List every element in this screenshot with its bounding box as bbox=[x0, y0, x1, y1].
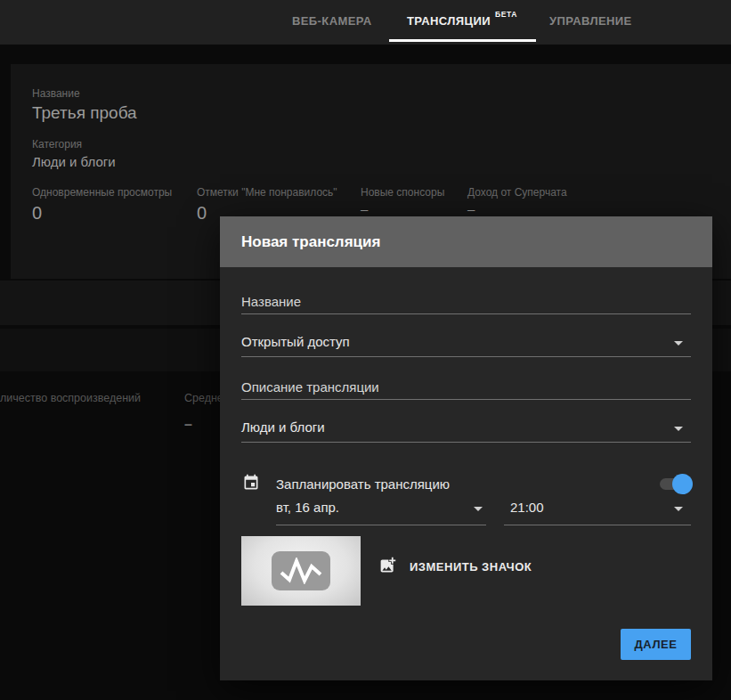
date-select-underline bbox=[276, 525, 486, 525]
calendar-icon bbox=[242, 473, 260, 492]
toggle-knob bbox=[672, 474, 693, 494]
tab-webcam-label: ВЕБ-КАМЕРА bbox=[292, 14, 371, 28]
stream-description-input[interactable] bbox=[241, 377, 691, 396]
stream-category-label: Категория bbox=[32, 138, 82, 151]
time-select[interactable]: 21:00 bbox=[510, 500, 544, 515]
category-select[interactable]: Люди и блоги bbox=[241, 419, 325, 435]
category-select-underline bbox=[241, 442, 691, 443]
chevron-down-icon[interactable] bbox=[674, 507, 683, 511]
stat-playbacks-label: личество воспроизведений bbox=[0, 392, 141, 404]
stat-average-value: – bbox=[184, 417, 192, 433]
next-button[interactable]: ДАЛЕЕ bbox=[621, 629, 691, 660]
chevron-down-icon[interactable] bbox=[674, 427, 683, 431]
stat-concurrent-views-value: 0 bbox=[32, 203, 42, 224]
change-thumbnail-button[interactable]: ИЗМЕНИТЬ ЗНАЧОК bbox=[378, 556, 532, 578]
tab-broadcasts-label: ТРАНСЛЯЦИИ bbox=[407, 14, 491, 28]
stat-superchat-value: – bbox=[467, 201, 475, 216]
stream-title-value: Третья проба bbox=[32, 103, 137, 123]
stat-likes-value: 0 bbox=[197, 203, 207, 224]
tab-manage-label: УПРАВЛЕНИЕ bbox=[549, 14, 632, 28]
add-photo-icon bbox=[378, 556, 397, 578]
dialog-header: Новая трансляция bbox=[220, 216, 712, 267]
stat-likes-label: Отметки "Мне понравилось" bbox=[197, 186, 337, 199]
stream-category-value: Люди и блоги bbox=[32, 154, 116, 169]
privacy-select-underline bbox=[241, 356, 691, 357]
waveform-placeholder-icon bbox=[272, 551, 330, 590]
stream-title-input[interactable] bbox=[241, 291, 691, 311]
description-input-underline bbox=[241, 399, 691, 400]
tab-webcam[interactable]: ВЕБ-КАМЕРА bbox=[292, 0, 371, 42]
dialog-title: Новая трансляция bbox=[241, 233, 380, 251]
time-select-underline bbox=[504, 525, 691, 525]
youtube-live-dashboard: ВЕБ-КАМЕРА ТРАНСЛЯЦИИ БЕТА УПРАВЛЕНИЕ На… bbox=[0, 0, 731, 700]
stat-concurrent-views-label: Одновременные просмотры bbox=[32, 186, 172, 199]
chevron-down-icon[interactable] bbox=[474, 507, 483, 511]
stat-superchat-label: Доход от Суперчата bbox=[467, 186, 567, 199]
tab-broadcasts[interactable]: ТРАНСЛЯЦИИ БЕТА bbox=[407, 0, 517, 42]
schedule-stream-label: Запланировать трансляцию bbox=[276, 476, 450, 492]
change-thumbnail-label: ИЗМЕНИТЬ ЗНАЧОК bbox=[410, 560, 532, 574]
new-stream-dialog: Новая трансляция Открытый доступ Люди и … bbox=[220, 216, 712, 680]
top-navigation: ВЕБ-КАМЕРА ТРАНСЛЯЦИИ БЕТА УПРАВЛЕНИЕ bbox=[0, 0, 731, 45]
stream-title-label: Название bbox=[32, 87, 80, 100]
stat-average-label: Средне bbox=[184, 392, 223, 404]
active-tab-underline bbox=[389, 39, 536, 42]
tab-manage[interactable]: УПРАВЛЕНИЕ bbox=[549, 0, 632, 42]
stat-sponsors-value: – bbox=[361, 201, 368, 216]
chevron-down-icon[interactable] bbox=[674, 341, 683, 346]
title-input-underline bbox=[241, 313, 691, 314]
stream-thumbnail-preview[interactable] bbox=[241, 536, 361, 606]
schedule-row: Запланировать трансляцию bbox=[220, 457, 712, 492]
beta-badge: БЕТА bbox=[495, 10, 517, 19]
stat-sponsors-label: Новые спонсоры bbox=[361, 186, 444, 199]
privacy-select[interactable]: Открытый доступ bbox=[241, 334, 350, 349]
date-select[interactable]: вт, 16 апр. bbox=[276, 500, 339, 515]
schedule-toggle[interactable] bbox=[657, 474, 693, 494]
